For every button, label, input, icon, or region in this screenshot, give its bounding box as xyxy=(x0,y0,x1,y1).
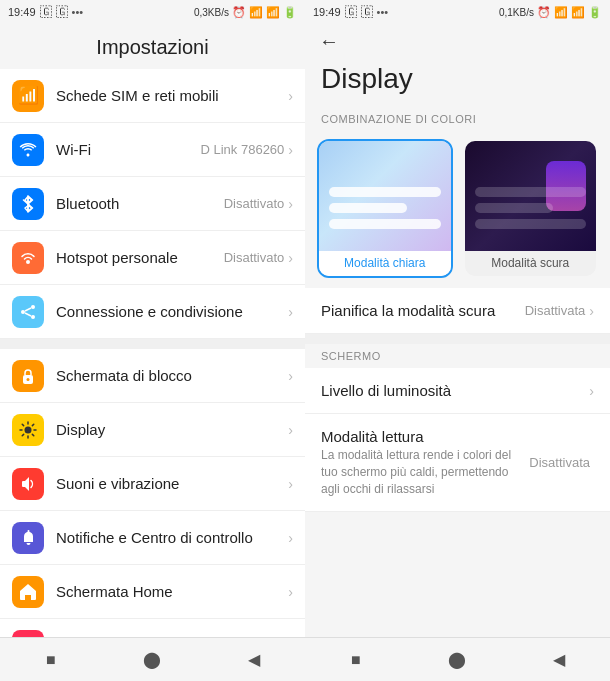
settings-item-suoni[interactable]: Suoni e vibrazione › xyxy=(0,457,305,511)
left-signal-icon: 📶 xyxy=(249,6,263,19)
settings-item-sim[interactable]: 📶 Schede SIM e reti mobili › xyxy=(0,69,305,123)
lettura-value: Disattivata xyxy=(529,455,590,470)
left-battery-icon: 🔋 xyxy=(283,6,297,19)
right-time: 19:49 xyxy=(313,6,341,18)
dark-mode-card[interactable]: Modalità scura xyxy=(463,139,599,278)
settings-item-display[interactable]: Display › xyxy=(0,403,305,457)
dark-card-preview xyxy=(465,141,597,251)
lettura-text: Modalità lettura La modalità lettura ren… xyxy=(321,428,529,497)
top-nav: ← xyxy=(305,24,610,59)
sfondo-icon: 🌸 xyxy=(12,630,44,638)
svg-point-0 xyxy=(26,260,30,264)
settings-item-hotspot[interactable]: Hotspot personale Disattivato › xyxy=(0,231,305,285)
settings-item-sfondo[interactable]: 🌸 Sfondo › xyxy=(0,619,305,637)
svg-line-5 xyxy=(25,313,31,316)
display-label: Display xyxy=(56,421,288,438)
settings-list: 📶 Schede SIM e reti mobili › Wi-Fi D Lin… xyxy=(0,69,305,637)
brightness-title: Livello di luminosità xyxy=(321,382,589,399)
dark-line-2 xyxy=(475,203,553,213)
left-nav-square[interactable]: ■ xyxy=(37,646,65,674)
suoni-icon xyxy=(12,468,44,500)
dark-mode-label: Modalità scura xyxy=(465,251,597,276)
left-time: 19:49 xyxy=(8,6,36,18)
light-card-preview xyxy=(319,141,451,251)
light-card-lines xyxy=(329,187,441,235)
right-nav-square[interactable]: ■ xyxy=(342,646,370,674)
home-chevron: › xyxy=(288,584,293,600)
left-status-left: 19:49 🇬 🇬 ••• xyxy=(8,5,83,19)
sim-chevron: › xyxy=(288,88,293,104)
left-more-icon: ••• xyxy=(72,6,84,18)
dark-card-lines xyxy=(475,187,587,235)
sim-icon: 📶 xyxy=(12,80,44,112)
hotspot-label: Hotspot personale xyxy=(56,249,224,266)
section-gap-schermo xyxy=(305,334,610,344)
dark-line-1 xyxy=(475,187,587,197)
back-button[interactable]: ← xyxy=(319,30,339,52)
light-mode-label: Modalità chiara xyxy=(319,251,451,276)
hotspot-value: Disattivato xyxy=(224,250,285,265)
divider1 xyxy=(0,339,305,349)
right-more-icon: ••• xyxy=(377,6,389,18)
notifiche-label: Notifiche e Centro di controllo xyxy=(56,529,288,546)
brightness-text: Livello di luminosità xyxy=(321,382,589,399)
notifiche-chevron: › xyxy=(288,530,293,546)
svg-line-16 xyxy=(22,434,23,435)
right-signal-icon: 📶 xyxy=(554,6,568,19)
notifiche-icon xyxy=(12,522,44,554)
right-alarm-icon: ⏰ xyxy=(537,6,551,19)
left-google-icon: 🇬 xyxy=(40,5,52,19)
schedule-text: Pianifica la modalità scura xyxy=(321,302,525,319)
svg-line-4 xyxy=(25,308,31,311)
settings-item-blocco[interactable]: Schermata di blocco › xyxy=(0,349,305,403)
settings-item-home[interactable]: Schermata Home › xyxy=(0,565,305,619)
right-status-left: 19:49 🇬 🇬 ••• xyxy=(313,5,388,19)
settings-item-notifiche[interactable]: Notifiche e Centro di controllo › xyxy=(0,511,305,565)
schedule-item[interactable]: Pianifica la modalità scura Disattivata … xyxy=(305,288,610,334)
wifi-chevron: › xyxy=(288,142,293,158)
left-title: Impostazioni xyxy=(0,24,305,69)
color-options: Modalità chiara Modalità scura xyxy=(305,131,610,288)
connessione-label: Connessione e condivisione xyxy=(56,303,288,320)
right-google-icon2: 🇬 xyxy=(361,5,373,19)
right-nav-circle[interactable]: ⬤ xyxy=(443,646,471,674)
left-status-bar: 19:49 🇬 🇬 ••• 0,3KB/s ⏰ 📶 📶 🔋 xyxy=(0,0,305,24)
left-panel: 19:49 🇬 🇬 ••• 0,3KB/s ⏰ 📶 📶 🔋 Impostazio… xyxy=(0,0,305,681)
hotspot-chevron: › xyxy=(288,250,293,266)
wifi-icon xyxy=(12,134,44,166)
suoni-label: Suoni e vibrazione xyxy=(56,475,288,492)
lettura-desc: La modalità lettura rende i colori del t… xyxy=(321,447,529,497)
right-content: COMBINAZIONE DI COLORI Modalità chiara xyxy=(305,107,610,637)
schermo-label: SCHERMO xyxy=(305,344,610,368)
settings-item-connessione[interactable]: Connessione e condivisione › xyxy=(0,285,305,339)
bluetooth-label: Bluetooth xyxy=(56,195,224,212)
wifi-value: D Link 786260 xyxy=(200,142,284,157)
connessione-chevron: › xyxy=(288,304,293,320)
schedule-value: Disattivata xyxy=(525,303,586,318)
lettura-title: Modalità lettura xyxy=(321,428,529,445)
lettura-item[interactable]: Modalità lettura La modalità lettura ren… xyxy=(305,414,610,512)
svg-point-1 xyxy=(21,310,25,314)
sim-label: Schede SIM e reti mobili xyxy=(56,87,288,104)
brightness-chevron: › xyxy=(589,383,594,399)
right-status-bar: 19:49 🇬 🇬 ••• 0,1KB/s ⏰ 📶 📶 🔋 xyxy=(305,0,610,24)
left-nav-circle[interactable]: ⬤ xyxy=(138,646,166,674)
right-nav-triangle[interactable]: ◀ xyxy=(545,646,573,674)
right-speed: 0,1KB/s xyxy=(499,7,534,18)
wifi-label: Wi-Fi xyxy=(56,141,200,158)
settings-item-wifi[interactable]: Wi-Fi D Link 786260 › xyxy=(0,123,305,177)
home-icon xyxy=(12,576,44,608)
right-battery-icon: 🔋 xyxy=(588,6,602,19)
right-status-right: 0,1KB/s ⏰ 📶 📶 🔋 xyxy=(499,6,602,19)
brightness-item[interactable]: Livello di luminosità › xyxy=(305,368,610,414)
bluetooth-value: Disattivato xyxy=(224,196,285,211)
svg-point-3 xyxy=(31,315,35,319)
settings-item-bluetooth[interactable]: Bluetooth Disattivato › xyxy=(0,177,305,231)
light-line-1 xyxy=(329,187,441,197)
left-nav-triangle[interactable]: ◀ xyxy=(240,646,268,674)
svg-point-7 xyxy=(27,378,30,381)
left-status-right: 0,3KB/s ⏰ 📶 📶 🔋 xyxy=(194,6,297,19)
light-mode-card[interactable]: Modalità chiara xyxy=(317,139,453,278)
right-google-icon: 🇬 xyxy=(345,5,357,19)
blocco-label: Schermata di blocco xyxy=(56,367,288,384)
